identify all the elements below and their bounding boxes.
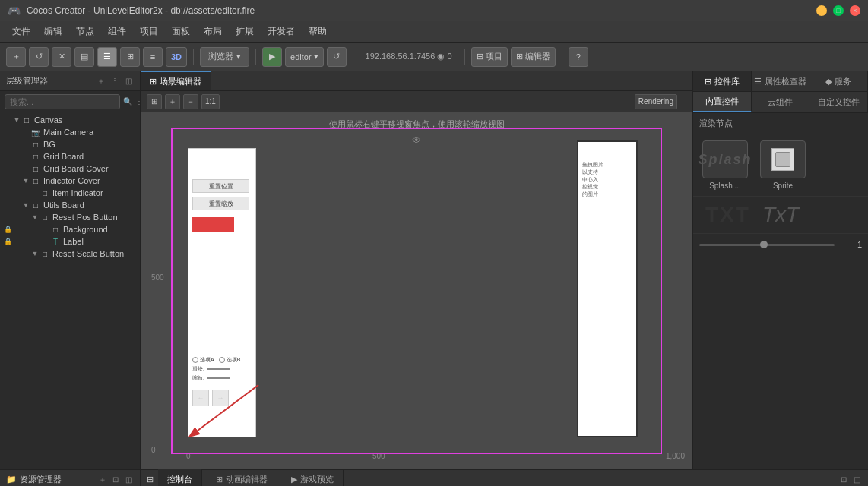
tab-component-library[interactable]: ⊞ 控件库 — [693, 71, 752, 91]
preview-text-right: 拖拽图片以支持中心入控视觉的图片 — [582, 161, 632, 198]
rendering-label: Rendering — [635, 94, 677, 109]
refresh2-button[interactable]: ↺ — [327, 47, 347, 67]
tree-item-item-indicator[interactable]: □ Item Indicator — [0, 187, 140, 199]
asset-options-btn[interactable]: ⊡ — [110, 475, 121, 485]
tab-animation-editor[interactable]: ⊞ 动画编辑器 — [207, 469, 277, 487]
coord-y-500: 500 — [151, 273, 164, 282]
txt-display-row: TXT TxT — [693, 196, 868, 234]
comp-lib-icon: ⊞ — [705, 77, 711, 87]
tree-label-background: Background — [63, 225, 108, 234]
tab-service[interactable]: ◆ 服务 — [809, 71, 868, 91]
refresh-button[interactable]: ↺ — [29, 47, 49, 67]
asset-manager-header: 📁 资源管理器 ＋ ⊡ ◫ — [0, 470, 140, 486]
menu-item-帮助[interactable]: 帮助 — [303, 23, 333, 40]
hierarchy-options-button[interactable]: ⋮ — [109, 76, 120, 87]
game-label: 游戏预览 — [300, 474, 334, 485]
menu-item-组件[interactable]: 组件 — [102, 23, 132, 40]
tree-item-canvas[interactable]: ▼ □ Canvas — [0, 114, 140, 126]
slider-thumb[interactable] — [760, 241, 768, 248]
menu-item-节点[interactable]: 节点 — [70, 23, 100, 40]
tree-item-grid-board-cover[interactable]: □ Grid Board Cover — [0, 163, 140, 175]
search-icon[interactable]: 🔍 — [123, 96, 132, 107]
zoom-reset-btn[interactable]: 1:1 — [201, 94, 220, 109]
preview-bottom-btns: ← → — [192, 390, 229, 406]
tree-item-indicator-cover[interactable]: ▼ □ Indicator Cover — [0, 175, 140, 187]
menu-item-开发者[interactable]: 开发者 — [261, 23, 301, 40]
compile-button[interactable]: ⊞ 编辑器 — [511, 47, 556, 67]
menu-item-文件[interactable]: 文件 — [6, 23, 36, 40]
maximize-button[interactable]: □ — [833, 5, 844, 16]
console-header: ⊞ 控制台 ⊞ 动画编辑器 ▶ 游戏预览 ⊡ ◫ — [141, 470, 868, 486]
scene-view[interactable]: 使用鼠标右键平移视窗焦点，使用滚轮缩放视图 500 0 0 500 1,000 … — [141, 112, 692, 469]
help-button[interactable]: ? — [569, 47, 588, 67]
chevron-down-icon: ▾ — [236, 52, 241, 62]
tree-label-grid-board: Grid Board — [43, 152, 84, 161]
eye-icon[interactable]: 👁 — [412, 135, 421, 146]
close-button[interactable]: ✕ — [52, 47, 71, 67]
comp-lib-label: 控件库 — [714, 76, 740, 87]
menu-item-编辑[interactable]: 编辑 — [38, 23, 68, 40]
tree-item-reset-pos-btn[interactable]: ▼ □ Reset Pos Button — [0, 211, 140, 223]
custom-components-tab[interactable]: 自定义控件 — [809, 92, 868, 112]
asset-add-btn[interactable]: ＋ — [97, 475, 108, 485]
close-button[interactable]: × — [850, 5, 860, 16]
menu-item-项目[interactable]: 项目 — [134, 23, 164, 40]
tree-item-reset-scale-btn[interactable]: ▼ □ Reset Scale Button — [0, 248, 140, 260]
zoom-fit-btn[interactable]: ⊞ — [147, 94, 162, 109]
tree-arrow9[interactable]: ▼ — [30, 213, 40, 221]
zoom-out-btn[interactable]: － — [183, 94, 198, 109]
comp-item-sprite[interactable]: Sprite — [757, 140, 809, 190]
3d-toggle[interactable]: 3D — [166, 47, 187, 67]
titlebar-title: Cocos Creator - UniLevelEditor2x - db://… — [27, 5, 255, 16]
tree-label-item-indicator: Item Indicator — [52, 188, 103, 197]
menu-button[interactable]: ☰ — [97, 47, 117, 67]
builtin-components-tab[interactable]: 内置控件 — [693, 92, 752, 112]
hierarchy-search-input[interactable] — [5, 94, 120, 109]
editor-select[interactable]: editor ▾ — [285, 47, 324, 67]
tree-label-indicator-cover: Indicator Cover — [43, 176, 100, 185]
add-button[interactable]: ＋ — [6, 47, 26, 67]
layout-button[interactable]: ▤ — [74, 47, 94, 67]
viewport-frame: 👁 重置位置 重置缩放 选项A 选项B 滑块: 缩放: — [171, 128, 662, 454]
tree-arrow12[interactable]: ▼ — [30, 250, 40, 257]
hierarchy-add-button[interactable]: ＋ — [96, 76, 106, 87]
scene-toolbar: ⊞ ＋ － 1:1 Rendering — [141, 91, 692, 112]
menu-item-面板[interactable]: 面板 — [166, 23, 196, 40]
tree-arrow8[interactable]: ▼ — [21, 201, 30, 209]
tree-label-main-camera: Main Camera — [43, 128, 93, 137]
console-options-btn[interactable]: ⊡ — [838, 475, 849, 485]
tree-item-bg[interactable]: □ BG — [0, 138, 140, 150]
chevron-down-icon2: ▾ — [314, 52, 318, 62]
project-button[interactable]: ⊞ 项目 — [471, 47, 508, 67]
tab-console[interactable]: 控制台 — [158, 469, 202, 487]
settings-button[interactable]: ≡ — [143, 47, 163, 67]
comp-icon-splash: Splash — [702, 140, 748, 178]
slider-track[interactable] — [699, 244, 835, 246]
tree-item-label[interactable]: 🔒 T Label — [0, 235, 140, 248]
tab-scene-editor[interactable]: ⊞ 场景编辑器 — [141, 71, 211, 91]
cloud-components-tab[interactable]: 云组件 — [752, 92, 810, 112]
titlebar-controls[interactable]: ─ □ × — [816, 5, 860, 16]
tree-item-main-camera[interactable]: 📷 Main Camera — [0, 126, 140, 138]
toolbar-separator3 — [353, 49, 353, 65]
hierarchy-collapse-button[interactable]: ◫ — [123, 76, 134, 87]
menu-item-扩展[interactable]: 扩展 — [230, 23, 260, 40]
tab-game-preview[interactable]: ▶ 游戏预览 — [282, 469, 344, 487]
comp-item-splash[interactable]: Splash Splash ... — [699, 140, 751, 190]
grid-button[interactable]: ⊞ — [120, 47, 140, 67]
tab-property-inspector[interactable]: ☰ 属性检查器 — [752, 71, 810, 91]
play-button[interactable]: ▶ — [262, 47, 282, 67]
tree-item-background[interactable]: 🔒 □ Background — [0, 223, 140, 235]
zoom-in-btn[interactable]: ＋ — [165, 94, 180, 109]
minimize-button[interactable]: ─ — [816, 5, 827, 16]
console-collapse-btn[interactable]: ◫ — [851, 475, 862, 485]
menu-item-布局[interactable]: 布局 — [198, 23, 228, 40]
tree-item-grid-board[interactable]: □ Grid Board — [0, 150, 140, 163]
browser-button[interactable]: 浏览器 ▾ — [200, 47, 249, 67]
asset-header-left: 📁 资源管理器 — [6, 474, 62, 485]
tree-item-utils-board[interactable]: ▼ □ Utils Board — [0, 199, 140, 211]
tree-arrow[interactable]: ▼ — [12, 116, 21, 124]
tree-label-grid-board-cover: Grid Board Cover — [43, 164, 109, 173]
tree-arrow6[interactable]: ▼ — [21, 177, 30, 185]
asset-collapse-btn[interactable]: ◫ — [123, 475, 134, 485]
